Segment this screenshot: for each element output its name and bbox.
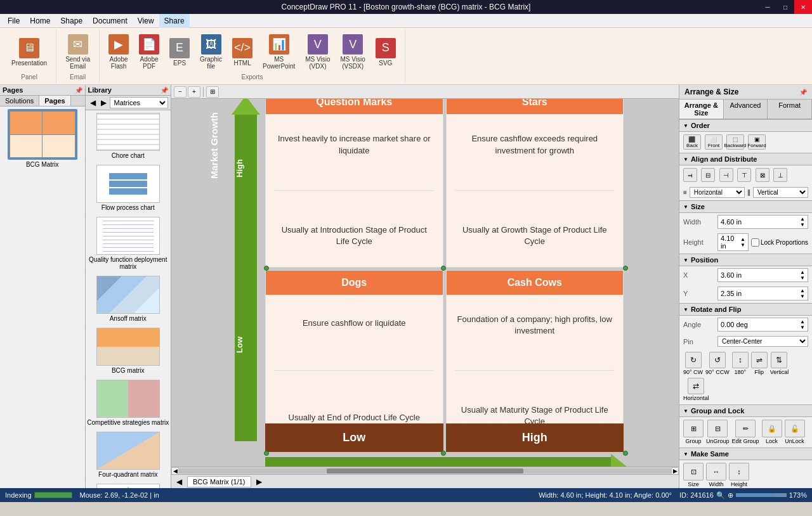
- angle-field[interactable]: 0.00 deg ▲ ▼: [717, 318, 808, 332]
- pages-pin-icon[interactable]: 📌: [75, 87, 82, 94]
- page-thumbnail-bcg[interactable]: BCG Matrix: [0, 106, 85, 171]
- canvas-scroll[interactable]: Market Growth High Low Question Marks In…: [171, 99, 679, 467]
- zoom-bar[interactable]: [736, 493, 787, 497]
- x-field[interactable]: 3.60 in ▲ ▼: [717, 268, 808, 282]
- ribbon-btn-svg[interactable]: S SVG: [372, 35, 400, 69]
- lock-proportions-label[interactable]: Lock Proportions: [751, 238, 808, 247]
- rotate-180-btn[interactable]: ↕ 180°: [732, 352, 749, 375]
- make-same-height-btn[interactable]: ↕ Height: [729, 463, 749, 487]
- angle-spinner[interactable]: ▲ ▼: [800, 319, 805, 330]
- flip-vertical-btn[interactable]: ⇅ Vertical: [770, 352, 789, 375]
- make-same-width-btn[interactable]: ↔ Width: [706, 463, 726, 487]
- canvas[interactable]: Market Growth High Low Question Marks In…: [171, 99, 679, 467]
- order-backward-btn[interactable]: ⬚ Backward: [726, 134, 744, 150]
- minimize-button[interactable]: ─: [759, 0, 776, 14]
- lock-btn[interactable]: 🔒 Lock: [762, 420, 782, 444]
- angle-down[interactable]: ▼: [800, 325, 805, 330]
- library-dropdown[interactable]: Matrices: [110, 97, 169, 108]
- ribbon-btn-presentation[interactable]: 🖥 Presentation: [8, 35, 51, 69]
- unlock-btn[interactable]: 🔓 UnLock: [785, 420, 805, 444]
- section-makesame-header[interactable]: ▼ Make Same: [679, 448, 812, 460]
- align-bottom-btn[interactable]: ⊥: [773, 168, 787, 182]
- width-down[interactable]: ▼: [800, 222, 805, 228]
- lib-item-comp[interactable]: Competitive strategies matrix: [86, 377, 171, 429]
- scroll-right-btn[interactable]: ▶: [671, 467, 679, 475]
- canvas-scrollbar[interactable]: ◀ ▶: [171, 467, 679, 474]
- width-up[interactable]: ▲: [800, 216, 805, 222]
- x-down[interactable]: ▼: [800, 275, 805, 281]
- align-top-btn[interactable]: ⊤: [737, 168, 751, 182]
- align-center-btn[interactable]: ⊟: [701, 168, 715, 182]
- scrollbar-track[interactable]: [179, 468, 671, 474]
- library-pin-icon[interactable]: 📌: [160, 87, 168, 94]
- bcg-diagram[interactable]: Market Growth High Low Question Marks In…: [209, 99, 641, 467]
- height-spinner[interactable]: ▲ ▼: [740, 236, 745, 248]
- width-spinner[interactable]: ▲ ▼: [800, 216, 805, 228]
- canvas-zoom-out[interactable]: −: [174, 86, 187, 98]
- vertical-select[interactable]: Vertical: [753, 187, 808, 198]
- ribbon-btn-graphic[interactable]: 🖼 Graphicfile: [196, 32, 226, 72]
- ribbon-btn-html[interactable]: </> HTML: [228, 35, 256, 69]
- ribbon-btn-powerpoint[interactable]: 📊 MSPowerPoint: [259, 32, 299, 72]
- menu-share[interactable]: Share: [159, 14, 190, 28]
- ribbon-btn-adobe-pdf[interactable]: 📄 AdobePDF: [135, 32, 163, 72]
- height-down[interactable]: ▼: [740, 242, 745, 248]
- section-size-header[interactable]: ▼ Size: [679, 200, 812, 213]
- height-up[interactable]: ▲: [740, 236, 745, 242]
- y-spinner[interactable]: ▲ ▼: [800, 288, 805, 299]
- lib-item-chore[interactable]: Chore chart: [86, 110, 171, 162]
- page-tab-bcg[interactable]: BCG Matrix (1/1): [187, 476, 251, 487]
- make-same-size-btn[interactable]: ⊡ Size: [683, 463, 704, 487]
- lib-item-pos[interactable]: Positioning map: [86, 481, 171, 488]
- edit-group-btn[interactable]: ✏ Edit Group: [732, 420, 759, 444]
- close-button[interactable]: ✕: [794, 0, 812, 14]
- order-front-btn[interactable]: ⬜ Front: [705, 134, 723, 150]
- lib-item-bcg[interactable]: BCG matrix: [86, 325, 171, 377]
- quadrant-dogs[interactable]: Dogs Ensure cashflow or liquidate Usuall…: [265, 270, 443, 448]
- x-up[interactable]: ▲: [800, 269, 805, 275]
- y-up[interactable]: ▲: [800, 288, 805, 293]
- tab-arrange-size[interactable]: Arrange & Size: [679, 100, 724, 119]
- horizontal-select[interactable]: Horizontal: [690, 187, 745, 198]
- height-field[interactable]: 4.10 in ▲ ▼: [717, 233, 749, 251]
- width-field[interactable]: 4.60 in ▲ ▼: [717, 215, 808, 229]
- ribbon-btn-adobe-flash[interactable]: ▶ AdobeFlash: [105, 32, 133, 72]
- section-align-header[interactable]: ▼ Align and Distribute: [679, 153, 812, 165]
- lib-item-flow[interactable]: Flow process chart: [86, 162, 171, 214]
- group-btn[interactable]: ⊞ Group: [683, 420, 704, 444]
- page-nav-prev[interactable]: ◀: [174, 477, 185, 486]
- section-order-header[interactable]: ▼ Order: [679, 119, 812, 132]
- section-group-header[interactable]: ▼ Group and Lock: [679, 404, 812, 417]
- align-middle-btn[interactable]: ⊠: [756, 168, 769, 182]
- align-left-btn[interactable]: ⫤: [683, 168, 697, 182]
- quadrant-cash-cows[interactable]: Cash Cows Foundation of a company; high …: [446, 270, 624, 448]
- lib-item-ansoff[interactable]: Ansoff matrix: [86, 273, 171, 325]
- menu-document[interactable]: Document: [88, 14, 133, 28]
- section-rotate-header[interactable]: ▼ Rotate and Flip: [679, 303, 812, 316]
- page-nav-next[interactable]: ▶: [254, 477, 265, 486]
- quadrant-question-marks[interactable]: Question Marks Invest heavily to increas…: [265, 99, 443, 268]
- tab-pages[interactable]: Pages: [39, 96, 70, 106]
- order-back-btn[interactable]: ⬛ Back: [683, 134, 701, 150]
- ungroup-btn[interactable]: ⊟ UnGroup: [706, 420, 730, 444]
- lib-item-qfd[interactable]: Quality function deployment matrix: [86, 214, 171, 273]
- angle-up[interactable]: ▲: [800, 319, 805, 325]
- tab-format[interactable]: Format: [768, 100, 812, 119]
- ribbon-btn-eps[interactable]: E EPS: [166, 35, 193, 69]
- lock-proportions-checkbox[interactable]: [751, 238, 759, 247]
- rotate-90ccw-btn[interactable]: ↺ 90° CCW: [705, 352, 730, 375]
- x-spinner[interactable]: ▲ ▼: [800, 269, 805, 281]
- quadrant-stars[interactable]: Stars Ensure cashflow exceeds required i…: [446, 99, 624, 268]
- ribbon-btn-send-email[interactable]: ✉ Send viaEmail: [62, 32, 94, 72]
- menu-file[interactable]: File: [3, 14, 25, 28]
- tab-solutions[interactable]: Solutions: [0, 96, 39, 106]
- ribbon-btn-visio-vsdx[interactable]: V MS Visio(VSDX): [337, 32, 369, 72]
- scrollbar-thumb[interactable]: [327, 468, 523, 474]
- ribbon-btn-visio-vdx[interactable]: V MS Visio(VDX): [301, 32, 334, 72]
- section-position-header[interactable]: ▼ Position: [679, 254, 812, 266]
- maximize-button[interactable]: □: [776, 0, 794, 14]
- lib-item-four[interactable]: Four-quadrant matrix: [86, 429, 171, 481]
- rotate-90cw-btn[interactable]: ↻ 90° CW: [683, 352, 703, 375]
- align-right-btn[interactable]: ⊣: [719, 168, 733, 182]
- lib-nav-prev[interactable]: ◀: [88, 98, 98, 107]
